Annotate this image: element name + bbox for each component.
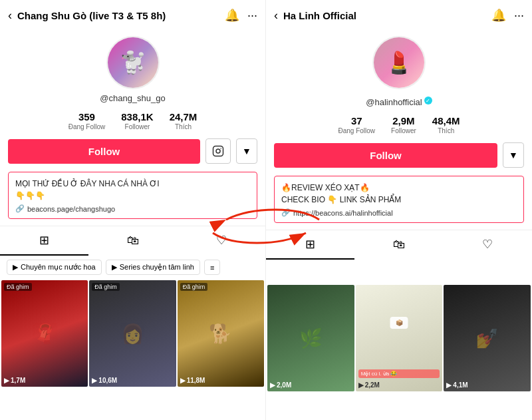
header-icons-1: 🔔 ··· xyxy=(225,8,257,23)
bell-icon-1[interactable]: 🔔 xyxy=(225,8,239,23)
video-thumb-1[interactable]: Đã ghim ▶ 1,7M 🧣 xyxy=(1,280,88,387)
stat-number-following-2: 37 xyxy=(351,115,362,126)
stat-likes-2: 48,4M Thích xyxy=(432,115,460,134)
stat-number-followers-2: 2,9M xyxy=(392,115,414,126)
username-2: @halinhofficial xyxy=(366,97,422,107)
avatar-1: 🐩 xyxy=(106,36,160,89)
stats-row-2: 37 Đang Follow 2,9M Follower 48,4M Thích xyxy=(266,115,532,134)
avatar-section-1: 🐩 @chang_shu_go xyxy=(0,31,265,106)
video-thumb-5[interactable]: ▶ 2,2M 📦 Một cú l. ừa 😂 xyxy=(356,285,443,391)
avatar-2: 💄 xyxy=(372,36,426,89)
video-views-5: ▶ 2,2M xyxy=(358,381,380,389)
bell-icon-2[interactable]: 🔔 xyxy=(491,8,506,23)
stat-number-likes-2: 48,4M xyxy=(432,115,460,126)
video-thumb-6[interactable]: ▶ 4,1M 💅 xyxy=(444,285,531,391)
tab-liked-1[interactable]: ♡ xyxy=(177,226,265,256)
tab-shop-1[interactable]: 🛍 xyxy=(88,226,177,256)
chip-perfume-1[interactable]: ▶ Chuyên mục nước hoa xyxy=(7,260,102,275)
video-thumb-3[interactable]: Đã ghim ▶ 11,8M 🐕 xyxy=(178,280,264,387)
avatar-section-2: 💄 @halinhofficial xyxy=(266,31,532,110)
bio-text-2: 🔥REVIEW XÉO XẠT🔥 CHECK BIO 👇 LINK SẢN PH… xyxy=(281,182,517,206)
verified-badge-2 xyxy=(424,97,432,105)
bio-link-text-1: beacons.page/changshugo xyxy=(27,205,115,213)
stat-label-followers-1: Follower xyxy=(125,123,150,130)
header-2: ‹ Ha Linh Official 🔔 ··· xyxy=(266,0,532,31)
stat-likes-1: 24,7M Thích xyxy=(170,111,198,130)
chip-icon-2: ▶ xyxy=(112,263,117,272)
more-options-button-2[interactable]: ▼ xyxy=(503,142,524,168)
profile-title-2: Ha Linh Official xyxy=(283,10,486,21)
video-thumb-4[interactable]: ▶ 2,0M 🌿 xyxy=(267,285,354,391)
tab-bar-2: ⊞ 🛍 ♡ xyxy=(266,230,532,260)
svg-rect-0 xyxy=(213,146,223,156)
chip-more-icon: ≡ xyxy=(210,264,214,272)
tab-liked-2[interactable]: ♡ xyxy=(444,230,532,260)
follow-row-2: Follow ▼ xyxy=(274,142,524,168)
profile-panel-1: ‹ Chang Shu Gò (live T3 & T5 8h) 🔔 ··· 🐩… xyxy=(0,0,266,420)
link-icon-2: 🔗 xyxy=(281,208,291,217)
profile-title-1: Chang Shu Gò (live T3 & T5 8h) xyxy=(17,10,219,21)
bio-box-2: 🔥REVIEW XÉO XẠT🔥 CHECK BIO 👇 LINK SẢN PH… xyxy=(274,176,524,223)
video-thumb-2[interactable]: Đã ghim ▶ 10,6M 👩 xyxy=(89,280,176,387)
video-grid-1: Đã ghim ▶ 1,7M 🧣 Đã ghim ▶ 10,6M 👩 Đã gh… xyxy=(0,279,265,420)
app-container: ‹ Chang Shu Gò (live T3 & T5 8h) 🔔 ··· 🐩… xyxy=(0,0,532,420)
header-icons-2: 🔔 ··· xyxy=(491,8,524,23)
chip-icon-1: ▶ xyxy=(13,263,18,272)
more-icon-2[interactable]: ··· xyxy=(514,9,524,23)
profile-panel-2: ‹ Ha Linh Official 🔔 ··· 💄 @halinhoffici… xyxy=(266,0,532,420)
stat-label-following-1: Đang Follow xyxy=(68,123,106,130)
link-icon-1: 🔗 xyxy=(15,204,25,213)
stat-followers-2: 2,9M Follower xyxy=(391,115,416,134)
instagram-button-1[interactable] xyxy=(205,138,231,164)
tab-videos-2[interactable]: ⊞ xyxy=(266,230,354,260)
chip-label-1: Chuyên mục nước hoa xyxy=(21,263,96,272)
spacer-2 xyxy=(266,260,532,284)
username-1: @chang_shu_go xyxy=(100,93,166,103)
video-grid-2: ▶ 2,0M 🌿 ▶ 2,2M 📦 Một cú l. ừa 😂 ▶ 4,1M … xyxy=(266,284,532,420)
svg-point-1 xyxy=(216,149,220,153)
stat-label-followers-2: Follower xyxy=(391,127,416,134)
tab-bar-1: ⊞ 🛍 ♡ xyxy=(0,226,265,256)
bio-box-1: MỌI THỨ ĐỀU Ở ĐÂY NHA CÁ NHÀ ƠI 👇👇👇 🔗 be… xyxy=(8,172,257,219)
header-1: ‹ Chang Shu Gò (live T3 & T5 8h) 🔔 ··· xyxy=(0,0,265,31)
stat-number-likes-1: 24,7M xyxy=(170,111,198,122)
tab-videos-1[interactable]: ⊞ xyxy=(0,226,88,256)
back-button-1[interactable]: ‹ xyxy=(8,9,12,23)
stat-following-1: 359 Đang Follow xyxy=(68,111,106,130)
bio-link-text-2: https://beacons.ai/halinhofficial xyxy=(293,209,393,217)
stat-number-followers-1: 838,1K xyxy=(121,111,153,122)
svg-point-2 xyxy=(220,148,221,149)
back-button-2[interactable]: ‹ xyxy=(274,9,278,23)
chips-row-1: ▶ Chuyên mục nước hoa ▶ Series chuyện tâ… xyxy=(0,256,265,279)
stats-row-1: 359 Đang Follow 838,1K Follower 24,7M Th… xyxy=(0,111,265,130)
stat-following-2: 37 Đang Follow xyxy=(338,115,375,134)
more-icon-1[interactable]: ··· xyxy=(247,9,257,23)
bio-link-1[interactable]: 🔗 beacons.page/changshugo xyxy=(15,204,250,213)
stat-followers-1: 838,1K Follower xyxy=(121,111,153,130)
more-options-button-1[interactable]: ▼ xyxy=(236,138,257,164)
bio-text-1: MỌI THỨ ĐỀU Ở ĐÂY NHA CÁ NHÀ ƠI 👇👇👇 xyxy=(15,178,250,202)
stat-number-following-1: 359 xyxy=(78,111,95,122)
bio-link-2[interactable]: 🔗 https://beacons.ai/halinhofficial xyxy=(281,208,517,217)
stat-label-likes-1: Thích xyxy=(175,123,192,130)
follow-row-1: Follow ▼ xyxy=(8,138,257,164)
chip-more-1[interactable]: ≡ xyxy=(204,260,220,275)
chip-series-1[interactable]: ▶ Series chuyện tâm linh xyxy=(106,260,200,275)
follow-button-1[interactable]: Follow xyxy=(8,139,200,164)
tab-shop-2[interactable]: 🛍 xyxy=(354,230,443,260)
chip-label-2: Series chuyện tâm linh xyxy=(120,263,194,272)
follow-button-2[interactable]: Follow xyxy=(274,143,497,168)
stat-label-following-2: Đang Follow xyxy=(338,127,375,134)
stat-label-likes-2: Thích xyxy=(438,127,454,134)
